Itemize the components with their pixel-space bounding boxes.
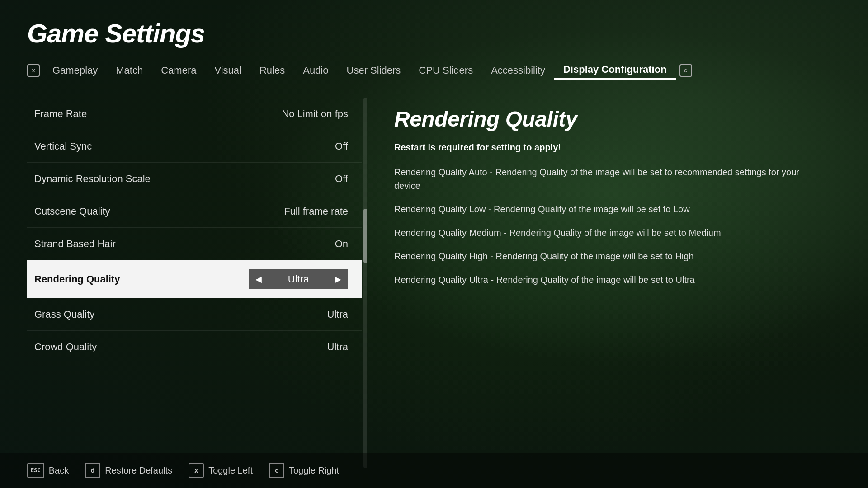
tab-cpu-sliders[interactable]: CPU Sliders [410,62,482,79]
setting-name-frame-rate: Frame Rate [34,108,87,120]
setting-value-cutscene-quality: Full frame rate [284,206,348,217]
setting-name-rendering-quality: Rendering Quality [34,273,120,285]
rendering-quality-control[interactable]: ◀ Ultra ▶ [249,269,348,289]
tab-gameplay[interactable]: Gameplay [43,62,107,79]
setting-value-vertical-sync: Off [335,141,348,152]
setting-value-dynamic-resolution: Off [335,173,348,185]
scroll-indicator[interactable] [363,98,367,468]
setting-row-cutscene-quality[interactable]: Cutscene Quality Full frame rate [27,195,362,228]
setting-row-strand-based-hair[interactable]: Strand Based Hair On [27,228,362,260]
d-key-badge: d [85,463,100,478]
info-title: Rendering Quality [394,107,818,131]
toggle-left-label: Toggle Left [208,465,253,476]
setting-value-frame-rate: No Limit on fps [282,108,348,120]
tab-camera[interactable]: Camera [152,62,205,79]
toggle-right-action[interactable]: c Toggle Right [269,463,339,478]
x-badge: x [27,64,40,77]
setting-row-dynamic-resolution[interactable]: Dynamic Resolution Scale Off [27,163,362,195]
x-key-badge: x [189,463,204,478]
info-desc-medium: Rendering Quality Medium - Rendering Qua… [394,226,818,239]
setting-name-vertical-sync: Vertical Sync [34,141,92,152]
rendering-quality-right-arrow[interactable]: ▶ [328,269,348,289]
bottom-bar: ESC Back d Restore Defaults x Toggle Lef… [0,453,868,488]
setting-name-dynamic-resolution: Dynamic Resolution Scale [34,173,151,185]
info-desc-auto: Rendering Quality Auto - Rendering Quali… [394,165,818,192]
tabs-nav: x Gameplay Match Camera Visual Rules Aud… [27,61,841,80]
info-restart-notice: Restart is required for setting to apply… [394,142,818,153]
c-key-badge-bottom: c [269,463,284,478]
setting-value-crowd-quality: Ultra [327,341,348,353]
main-content: Frame Rate No Limit on fps Vertical Sync… [27,98,841,468]
tab-display-configuration[interactable]: Display Configuration [554,61,676,80]
tab-match[interactable]: Match [107,62,152,79]
tab-audio[interactable]: Audio [294,62,337,79]
setting-name-crowd-quality: Crowd Quality [34,341,97,353]
setting-name-strand-based-hair: Strand Based Hair [34,238,116,250]
info-desc-high: Rendering Quality High - Rendering Quali… [394,249,818,263]
back-label: Back [49,465,69,476]
setting-value-strand-based-hair: On [335,238,348,250]
scroll-thumb [363,209,367,263]
rendering-quality-value: Ultra [269,270,328,289]
setting-row-rendering-quality[interactable]: Rendering Quality ◀ Ultra ▶ [27,260,362,298]
setting-row-crowd-quality[interactable]: Crowd Quality Ultra [27,331,362,363]
settings-list: Frame Rate No Limit on fps Vertical Sync… [27,98,362,468]
back-action[interactable]: ESC Back [27,463,69,478]
tab-accessibility[interactable]: Accessibility [482,62,554,79]
tab-user-sliders[interactable]: User Sliders [338,62,410,79]
c-badge: c [679,64,692,77]
setting-value-grass-quality: Ultra [327,309,348,320]
tab-visual[interactable]: Visual [205,62,250,79]
page-title: Game Settings [27,18,841,48]
esc-key-badge: ESC [27,463,44,478]
restore-defaults-action[interactable]: d Restore Defaults [85,463,172,478]
setting-name-cutscene-quality: Cutscene Quality [34,206,110,217]
info-panel: Rendering Quality Restart is required fo… [367,98,841,468]
toggle-right-label: Toggle Right [289,465,339,476]
info-desc-low: Rendering Quality Low - Rendering Qualit… [394,202,818,216]
rendering-quality-left-arrow[interactable]: ◀ [249,269,269,289]
setting-row-frame-rate[interactable]: Frame Rate No Limit on fps [27,98,362,130]
info-desc-ultra: Rendering Quality Ultra - Rendering Qual… [394,273,818,286]
tab-rules[interactable]: Rules [250,62,294,79]
setting-row-grass-quality[interactable]: Grass Quality Ultra [27,298,362,331]
toggle-left-action[interactable]: x Toggle Left [189,463,253,478]
setting-row-vertical-sync[interactable]: Vertical Sync Off [27,130,362,163]
restore-defaults-label: Restore Defaults [105,465,172,476]
setting-name-grass-quality: Grass Quality [34,309,94,320]
